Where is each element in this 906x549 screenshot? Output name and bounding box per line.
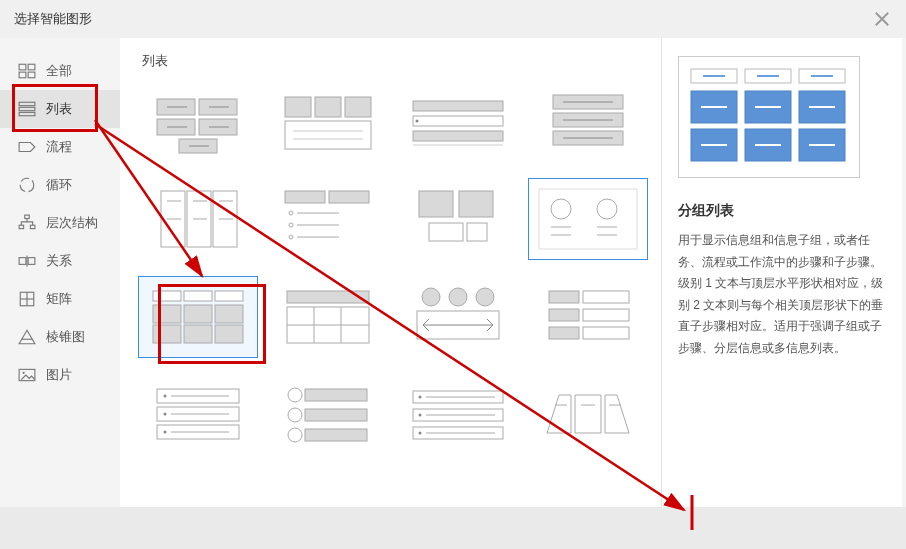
thumb-tab-list[interactable] xyxy=(268,178,388,260)
svg-rect-98 xyxy=(583,327,629,339)
sidebar-item-list[interactable]: 列表 xyxy=(0,90,120,128)
sidebar-item-pyramid[interactable]: 棱锥图 xyxy=(0,318,120,356)
svg-rect-82 xyxy=(184,325,212,343)
svg-rect-10 xyxy=(30,225,35,228)
thumb-grouped-list[interactable] xyxy=(138,276,258,358)
svg-rect-93 xyxy=(549,291,579,303)
svg-rect-1 xyxy=(28,64,35,70)
thumb-vertical-circle-list[interactable] xyxy=(268,374,388,456)
svg-rect-33 xyxy=(285,121,371,149)
svg-rect-8 xyxy=(25,215,30,218)
preview-description: 用于显示信息组和信息子组，或者任务、流程或工作流中的步骤和子步骤。级别 1 文本… xyxy=(678,230,888,360)
preview-title: 分组列表 xyxy=(678,202,888,220)
title-bar: 选择智能图形 xyxy=(0,0,906,38)
all-icon xyxy=(18,62,36,80)
relationship-icon xyxy=(18,252,36,270)
sidebar-item-label: 流程 xyxy=(46,138,72,156)
sidebar-item-hierarchy[interactable]: 层次结构 xyxy=(0,204,120,242)
thumb-stacked-list[interactable] xyxy=(398,178,518,260)
svg-rect-109 xyxy=(305,389,367,401)
svg-rect-32 xyxy=(345,97,371,117)
svg-rect-30 xyxy=(285,97,311,117)
thumb-vertical-bullet-list[interactable] xyxy=(138,374,258,456)
svg-point-89 xyxy=(422,288,440,306)
sidebar-item-label: 矩阵 xyxy=(46,290,72,308)
svg-rect-0 xyxy=(19,64,26,70)
svg-rect-76 xyxy=(184,291,212,301)
svg-point-102 xyxy=(164,395,167,398)
svg-point-106 xyxy=(164,431,167,434)
svg-rect-77 xyxy=(215,291,243,301)
svg-point-70 xyxy=(597,199,617,219)
svg-rect-84 xyxy=(287,291,369,303)
svg-rect-5 xyxy=(19,107,35,110)
sidebar-item-label: 循环 xyxy=(46,176,72,194)
svg-rect-57 xyxy=(329,191,369,203)
svg-rect-56 xyxy=(285,191,325,203)
sidebar-item-relationship[interactable]: 关系 xyxy=(0,242,120,280)
svg-rect-96 xyxy=(583,309,629,321)
svg-rect-75 xyxy=(153,291,181,301)
sidebar-item-label: 层次结构 xyxy=(46,214,98,232)
thumb-horizontal-bullet-list[interactable] xyxy=(398,80,518,162)
section-title: 列表 xyxy=(142,52,653,70)
svg-rect-79 xyxy=(184,305,212,323)
svg-rect-81 xyxy=(153,325,181,343)
sidebar-item-process[interactable]: 流程 xyxy=(0,128,120,166)
svg-rect-38 xyxy=(413,131,503,141)
svg-point-62 xyxy=(289,235,293,239)
svg-point-119 xyxy=(419,414,422,417)
footer-bar xyxy=(0,507,906,549)
svg-point-40 xyxy=(416,120,419,123)
sidebar-item-cycle[interactable]: 循环 xyxy=(0,166,120,204)
svg-point-58 xyxy=(289,211,293,215)
svg-rect-83 xyxy=(215,325,243,343)
sidebar-item-matrix[interactable]: 矩阵 xyxy=(0,280,120,318)
svg-rect-95 xyxy=(549,309,579,321)
category-sidebar: 全部 列表 流程 循环 层次结构 关系 xyxy=(0,38,120,507)
svg-rect-11 xyxy=(19,258,26,265)
svg-rect-64 xyxy=(419,191,453,217)
svg-rect-94 xyxy=(583,291,629,303)
hierarchy-icon xyxy=(18,214,36,232)
thumb-lined-list[interactable] xyxy=(528,178,648,260)
sidebar-item-picture[interactable]: 图片 xyxy=(0,356,120,394)
thumb-basic-block-list[interactable] xyxy=(138,80,258,162)
dialog-title: 选择智能图形 xyxy=(14,10,92,28)
svg-point-91 xyxy=(476,288,494,306)
svg-rect-68 xyxy=(539,189,637,249)
svg-rect-3 xyxy=(28,72,35,78)
thumb-vertical-bracket-list[interactable] xyxy=(528,276,648,358)
thumb-picture-caption-list[interactable] xyxy=(268,80,388,162)
thumb-table-list[interactable] xyxy=(268,276,388,358)
svg-rect-12 xyxy=(28,258,35,265)
svg-rect-67 xyxy=(467,223,487,241)
sidebar-item-all[interactable]: 全部 xyxy=(0,52,120,90)
svg-rect-80 xyxy=(215,305,243,323)
svg-point-60 xyxy=(289,223,293,227)
thumb-trapezoid-list[interactable] xyxy=(528,374,648,456)
thumb-vertical-box-list-2[interactable] xyxy=(138,178,258,260)
thumb-horizontal-picture-list[interactable] xyxy=(398,374,518,456)
svg-point-117 xyxy=(419,396,422,399)
sidebar-item-label: 图片 xyxy=(46,366,72,384)
sidebar-item-label: 棱锥图 xyxy=(46,328,85,346)
svg-point-112 xyxy=(288,428,302,442)
picture-icon xyxy=(18,366,36,384)
preview-image xyxy=(678,56,860,178)
svg-rect-113 xyxy=(305,429,367,441)
svg-rect-6 xyxy=(19,112,35,115)
svg-point-19 xyxy=(23,372,25,374)
svg-rect-78 xyxy=(153,305,181,323)
svg-rect-65 xyxy=(459,191,493,217)
svg-point-108 xyxy=(288,388,302,402)
svg-rect-66 xyxy=(429,223,463,241)
svg-rect-97 xyxy=(549,327,579,339)
svg-point-7 xyxy=(20,178,34,192)
thumb-vertical-box-list[interactable] xyxy=(528,80,648,162)
list-icon xyxy=(18,100,36,118)
close-icon[interactable] xyxy=(872,9,892,29)
svg-rect-36 xyxy=(413,101,503,111)
thumb-process-list[interactable] xyxy=(398,276,518,358)
cycle-icon xyxy=(18,176,36,194)
